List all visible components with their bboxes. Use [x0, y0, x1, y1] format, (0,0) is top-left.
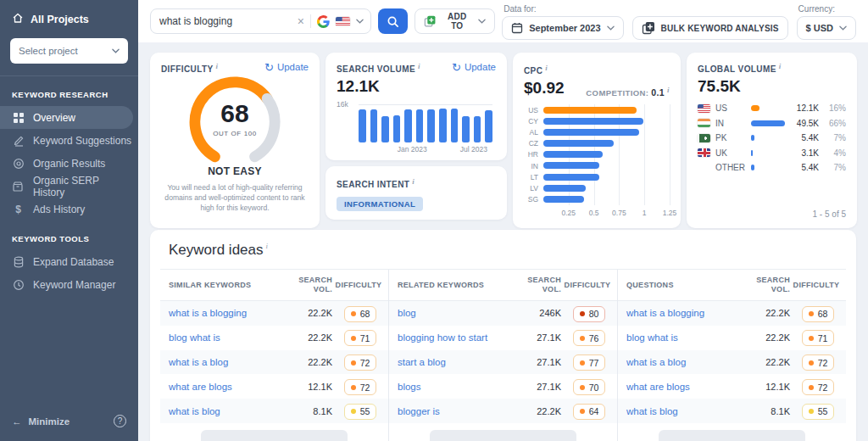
keyword-link[interactable]: what is a blog [618, 357, 746, 367]
difficulty-update-button[interactable]: ↻Update [264, 62, 309, 73]
sidebar-item-ads-history[interactable]: $Ads History [0, 198, 133, 220]
cpc-country-label: US [524, 106, 538, 114]
cpc-axis: 0.250.50.7511.25 [543, 209, 670, 219]
global-bar-track [751, 165, 785, 170]
table-row: blog what is22.2K71 [160, 326, 388, 350]
volume-update-button[interactable]: ↻Update [452, 62, 496, 73]
keyword-link[interactable]: what is blog [618, 406, 746, 416]
cpc-bar [543, 185, 586, 192]
difficulty-dot [809, 360, 814, 366]
sidebar-item-expand-database[interactable]: Expand Database [0, 250, 133, 273]
keyword-link[interactable]: blog [389, 308, 517, 318]
clear-search-icon[interactable]: × [298, 15, 304, 27]
difficulty-number: 72 [360, 382, 370, 393]
sidebar-item-organic-serp-history[interactable]: Organic SERP History [0, 175, 133, 198]
keyword-difficulty-cell: 72 [332, 378, 388, 396]
divider [310, 14, 311, 28]
sidebar-section-label: KEYWORD RESEARCH [0, 76, 138, 106]
minimize-button[interactable]: ← Minimize [12, 416, 70, 427]
currency-select[interactable]: $ USD [797, 16, 856, 40]
date-select[interactable]: September 2023 [502, 16, 623, 40]
gridline [644, 104, 645, 115]
difficulty-number: 64 [589, 406, 599, 416]
help-icon[interactable]: ? [114, 415, 126, 427]
column-header-volume[interactable]: SEARCH VOL. [746, 276, 790, 295]
refresh-icon: ↻ [264, 62, 274, 73]
no-flag [698, 164, 710, 172]
sidebar-item-overview[interactable]: Overview [0, 106, 133, 129]
difficulty-number: 80 [589, 309, 599, 319]
cpc-country-row: HR [524, 149, 670, 160]
keyword-difficulty-cell: 77 [561, 354, 617, 371]
keyword-link[interactable]: blog what is [618, 332, 746, 343]
column-header-difficulty[interactable]: DIFFICULTY [561, 281, 617, 289]
keyword-volume: 22.2K [288, 357, 332, 367]
search-input[interactable] [159, 15, 292, 27]
view-all-button[interactable] [430, 430, 576, 441]
table-header-row: SIMILAR KEYWORDSSEARCH VOL.DIFFICULTY [160, 270, 388, 301]
column-header-difficulty[interactable]: DIFFICULTY [332, 281, 388, 289]
keyword-link[interactable]: blogger is [389, 406, 517, 416]
cpc-bar [543, 140, 614, 147]
search-button[interactable] [378, 8, 408, 34]
cpc-axis-label: 0.75 [612, 209, 626, 217]
country-volume: 49.5K [790, 119, 819, 128]
keyword-link[interactable]: what is a blog [160, 357, 288, 367]
sidebar-item-organic-results[interactable]: Organic Results [0, 152, 133, 175]
keyword-link[interactable]: what is blog [160, 406, 288, 416]
topbar: × ADD TO Data for: September 2023 [138, 0, 868, 42]
keyword-link[interactable]: what is a blogging [160, 308, 288, 318]
table-body: what is a blogging22.2K68blog what is22.… [618, 301, 846, 423]
column-header-keywords[interactable]: QUESTIONS [618, 281, 746, 289]
table-row: blog what is22.2K71 [618, 326, 846, 350]
keyword-link[interactable]: start a blog [389, 357, 517, 367]
country-percent: 16% [824, 103, 846, 113]
column-header-volume[interactable]: SEARCH VOL. [517, 276, 561, 295]
home-icon [12, 12, 24, 26]
arrow-left-icon: ← [12, 416, 22, 427]
global-volume-row: OTHER5.4K7% [698, 163, 846, 172]
gridline [619, 149, 620, 160]
view-all-button[interactable] [659, 430, 804, 441]
keyword-link[interactable]: what are blogs [618, 382, 746, 392]
cpc-value: $0.92 [524, 79, 565, 98]
sidebar-item-label: Overview [33, 112, 75, 124]
sidebar-item-label: Organic SERP History [33, 175, 133, 198]
keyword-link[interactable]: what are blogs [160, 382, 288, 392]
column-header-volume[interactable]: SEARCH VOL. [288, 276, 332, 295]
global-volume-row: US12.1K16% [698, 103, 846, 113]
country-code: IN [715, 119, 746, 128]
column-header-difficulty[interactable]: DIFFICULTY [790, 281, 846, 289]
chevron-down-icon[interactable] [356, 19, 364, 24]
keyword-volume: 12.1K [746, 382, 790, 392]
pk-flag-icon [698, 134, 710, 142]
keyword-volume: 246K [517, 308, 561, 318]
sidebar-item-keyword-manager[interactable]: Keyword Manager [0, 273, 133, 296]
gridline [644, 126, 645, 137]
bulk-keyword-analysis-button[interactable]: BULK KEYWORD ANALYSIS [632, 16, 788, 40]
table-row: what is blog8.1K55 [160, 399, 388, 423]
volume-bar [359, 109, 366, 142]
keyword-link[interactable]: blog what is [160, 332, 288, 343]
sidebar-item-keyword-suggestions[interactable]: Keyword Suggestions [0, 129, 133, 152]
keyword-volume: 22.2K [746, 308, 790, 318]
view-all-button[interactable] [201, 430, 347, 441]
keyword-link[interactable]: blogging how to start [389, 332, 517, 343]
column-header-keywords[interactable]: RELATED KEYWORDS [389, 281, 517, 289]
keyword-link[interactable]: blogs [389, 382, 517, 392]
chevron-down-icon [607, 25, 615, 31]
cpc-bar-track [543, 171, 670, 182]
keyword-link[interactable]: what is a blogging [618, 308, 746, 318]
all-projects-button[interactable]: All Projects [10, 10, 128, 28]
pencil-icon [12, 134, 25, 147]
keyword-group-related-keywords: RELATED KEYWORDSSEARCH VOL.DIFFICULTYblo… [388, 270, 617, 441]
cpc-country-label: AL [524, 128, 538, 137]
cpc-country-label: HR [524, 150, 538, 159]
gridline [619, 182, 620, 193]
date-value: September 2023 [529, 23, 600, 33]
project-select[interactable]: Select project [10, 38, 128, 64]
cpc-bar-track [543, 182, 670, 193]
add-to-button[interactable]: ADD TO [415, 8, 495, 34]
column-header-keywords[interactable]: SIMILAR KEYWORDS [160, 281, 288, 289]
global-volume-list: US12.1K16%IN49.5K66%PK5.4K7%UK3.1K4%OTHE… [698, 103, 846, 172]
